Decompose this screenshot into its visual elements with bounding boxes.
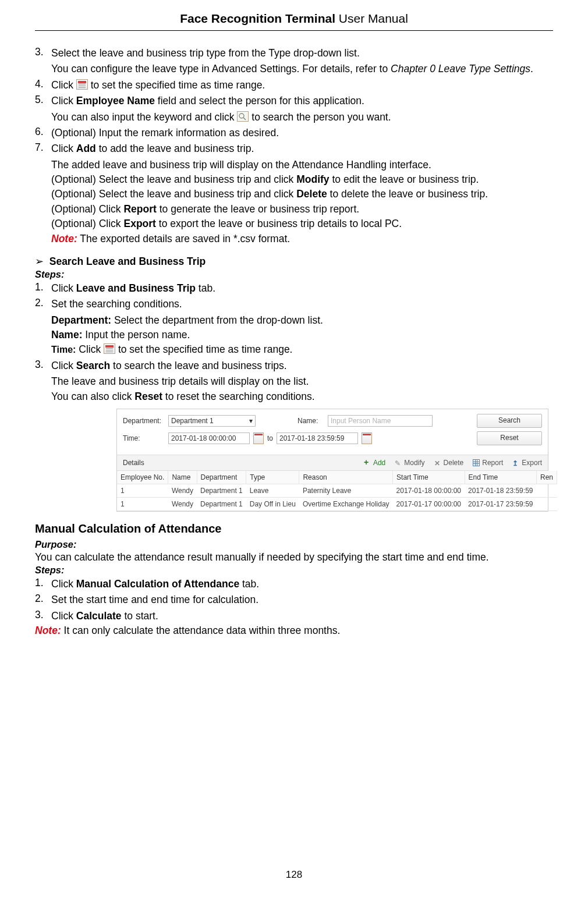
li5-cont: You can also input the keyword and click… bbox=[35, 110, 553, 125]
steps-label: Steps: bbox=[35, 269, 553, 280]
name-label: Name: bbox=[297, 417, 324, 425]
search-button[interactable]: Search bbox=[477, 414, 542, 428]
pencil-icon bbox=[395, 459, 402, 466]
chevron-down-icon: ▾ bbox=[249, 417, 253, 425]
hdr-title-rest: User Manual bbox=[335, 12, 408, 25]
list-item: 1. Click Manual Calculation of Attendanc… bbox=[35, 577, 553, 591]
svg-line-1 bbox=[243, 118, 246, 120]
list-item: 2. Set the start time and end time for c… bbox=[35, 593, 553, 607]
col-start[interactable]: Start Time bbox=[393, 471, 465, 484]
ui-toolbar: Details + Add Modify ✕ Delete Report Exp… bbox=[117, 455, 548, 471]
search-icon bbox=[237, 111, 249, 122]
reset-button[interactable]: Reset bbox=[477, 431, 542, 445]
export-button[interactable]: Export bbox=[512, 459, 542, 467]
ui-screenshot: Department: Department 1 ▾ Name: Input P… bbox=[116, 409, 548, 512]
list-item: 3. Click Search to search the leave and … bbox=[35, 359, 553, 373]
col-type[interactable]: Type bbox=[246, 471, 299, 484]
calendar-icon[interactable] bbox=[253, 432, 264, 444]
hdr-title-bold: Face Recognition Terminal bbox=[180, 12, 335, 25]
name-input[interactable]: Input Person Name bbox=[328, 415, 433, 427]
calendar-icon bbox=[104, 343, 115, 354]
purpose-label: Purpose: bbox=[35, 539, 553, 550]
list-item: 3. Click Calculate to start. bbox=[35, 609, 553, 623]
section-heading: ➢ Search Leave and Business Trip bbox=[35, 256, 553, 268]
svg-point-0 bbox=[239, 114, 244, 118]
li3-text: Select the leave and business trip type … bbox=[51, 46, 553, 61]
steps-label: Steps: bbox=[35, 565, 553, 576]
list-num: 3. bbox=[35, 46, 51, 61]
col-emp[interactable]: Employee No. bbox=[117, 471, 168, 484]
manual-heading: Manual Calculation of Attendance bbox=[35, 522, 553, 536]
list-item: 6. (Optional) Input the remark informati… bbox=[35, 126, 553, 140]
list-item: 2. Set the searching conditions. bbox=[35, 297, 553, 311]
report-button[interactable]: Report bbox=[473, 459, 503, 467]
li3-cont: You can configure the leave type in Adva… bbox=[35, 62, 553, 76]
calendar-icon bbox=[76, 79, 88, 90]
dept-label: Department: bbox=[123, 417, 165, 425]
add-button[interactable]: + Add bbox=[364, 459, 385, 467]
time-label: Time: bbox=[123, 434, 165, 442]
delete-button[interactable]: ✕ Delete bbox=[434, 459, 464, 467]
list-item: 5. Click Employee Name field and select … bbox=[35, 94, 553, 108]
plus-icon: + bbox=[364, 459, 371, 466]
table-row[interactable]: 1 Wendy Department 1 Day Off in Lieu Ove… bbox=[117, 497, 557, 510]
time-to-input[interactable]: 2017-01-18 23:59:59 bbox=[277, 432, 358, 444]
calendar-icon[interactable] bbox=[362, 432, 372, 444]
col-reason[interactable]: Reason bbox=[299, 471, 393, 484]
note-label: Note: bbox=[35, 625, 61, 636]
list-item: 7. Click Add to add the leave and busine… bbox=[35, 141, 553, 156]
x-icon: ✕ bbox=[434, 459, 441, 466]
page-header: Face Recognition Terminal User Manual bbox=[35, 12, 553, 31]
list-item: 4. Click to set the specified time as ti… bbox=[35, 78, 553, 93]
time-from-input[interactable]: 2017-01-18 00:00:00 bbox=[168, 432, 250, 444]
list-item: 3. Select the leave and business trip ty… bbox=[35, 46, 553, 61]
page-number: 128 bbox=[0, 869, 588, 881]
details-label: Details bbox=[123, 459, 144, 467]
list-item: 1. Click Leave and Business Trip tab. bbox=[35, 281, 553, 296]
grid-icon bbox=[473, 459, 480, 466]
col-dept[interactable]: Department bbox=[197, 471, 246, 484]
purpose-text: You can calculate the attendance result … bbox=[35, 551, 553, 563]
export-icon bbox=[512, 459, 519, 466]
col-end[interactable]: End Time bbox=[465, 471, 536, 484]
table-row[interactable]: 1 Wendy Department 1 Leave Paternity Lea… bbox=[117, 484, 557, 497]
dept-select[interactable]: Department 1 ▾ bbox=[168, 415, 256, 427]
modify-button[interactable]: Modify bbox=[395, 459, 424, 467]
col-rem[interactable]: Ren bbox=[536, 471, 557, 484]
col-name[interactable]: Name bbox=[168, 471, 197, 484]
details-table: Employee No. Name Department Type Reason… bbox=[117, 471, 557, 511]
note-label: Note: bbox=[51, 233, 77, 244]
